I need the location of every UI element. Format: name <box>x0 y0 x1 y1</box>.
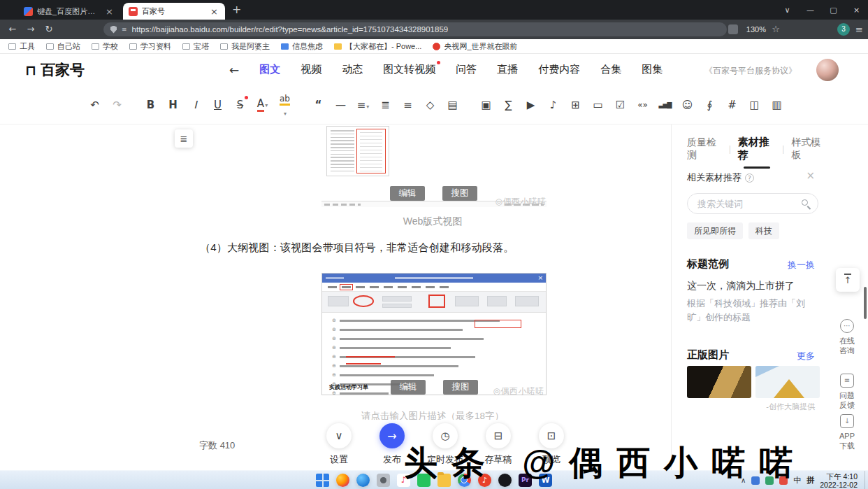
publish-button[interactable]: → <box>379 423 405 448</box>
bookmark-item[interactable]: 信息焦虑 <box>281 41 323 52</box>
page-scrollbar[interactable] <box>864 287 867 319</box>
tag-tech[interactable]: 科技 <box>748 222 779 239</box>
back-icon[interactable]: ← <box>6 24 20 34</box>
close-icon[interactable]: × <box>845 6 868 15</box>
word-import-icon[interactable]: ▤ <box>446 99 459 111</box>
tab-close-icon[interactable]: × <box>104 6 115 17</box>
bold-icon[interactable]: B <box>144 99 157 111</box>
nav-item-live[interactable]: 直播 <box>497 63 518 76</box>
search-image-button[interactable]: 搜图 <box>442 186 477 201</box>
edit-image-button[interactable]: 编辑 <box>390 186 425 201</box>
keyword-search-input[interactable] <box>697 195 794 212</box>
underline-icon[interactable]: U <box>211 99 224 111</box>
bookmark-item[interactable]: 【大家都在】- Powe... <box>334 41 421 52</box>
app-download-item[interactable]: ↓ APP下载 <box>826 414 868 451</box>
bookmark-item[interactable]: 央视网_世界就在眼前 <box>433 41 517 52</box>
bookmark-star-icon[interactable]: ☆ <box>772 24 780 34</box>
article-paragraph[interactable]: （4）大纲视图：该视图会带项目符号，非常适合创建和移动段落。 <box>200 241 667 255</box>
extension-icon[interactable] <box>728 24 738 34</box>
windows-start-icon[interactable] <box>316 474 329 487</box>
bookmark-item[interactable]: 我是阿婆主 <box>220 41 270 52</box>
vote-icon[interactable]: ☑ <box>614 99 627 111</box>
site-settings-icon[interactable]: ≡ <box>122 26 127 33</box>
tab-material-recommend[interactable]: 素材推荐 <box>738 136 775 162</box>
link-icon[interactable]: ∮ <box>703 99 716 111</box>
card-icon[interactable]: ▭ <box>591 99 605 111</box>
nav-back-icon[interactable]: ← <box>229 63 239 77</box>
divider-icon[interactable]: — <box>334 99 347 111</box>
tag-wysiwyg[interactable]: 所见即所得 <box>687 222 743 239</box>
user-avatar[interactable] <box>816 59 839 81</box>
unordered-list-icon[interactable]: ≡ <box>401 99 414 111</box>
emoji-icon[interactable]: ☺ <box>681 99 694 111</box>
nav-item-gallery[interactable]: 图集 <box>642 63 663 76</box>
platform-agreement-link[interactable]: 《百家号平台服务协议》 <box>704 65 797 77</box>
reload-icon[interactable]: ↻ <box>42 24 56 34</box>
nav-item-paid[interactable]: 付费内容 <box>538 63 580 76</box>
help-icon[interactable]: ? <box>745 173 754 183</box>
blockquote-icon[interactable]: “ <box>312 99 325 111</box>
page-icon[interactable]: ▥ <box>770 99 783 111</box>
edit-image-button[interactable]: 编辑 <box>391 380 426 395</box>
taskbar-clock[interactable]: 下午 4:10 2022-12-02 <box>820 472 858 489</box>
minimize-icon[interactable]: — <box>799 6 822 15</box>
zoom-indicator[interactable]: 130% <box>746 25 766 34</box>
formula-icon[interactable]: ∑ <box>502 99 515 111</box>
nav-item-article[interactable]: 图文 <box>259 63 280 76</box>
search-image-button[interactable]: 搜图 <box>443 380 478 395</box>
nav-item-collection[interactable]: 合集 <box>600 63 621 76</box>
url-field[interactable]: ≡ https://baijiahao.baidu.com/builder/rc… <box>103 22 727 36</box>
search-icon[interactable] <box>802 199 808 206</box>
forward-icon[interactable]: → <box>24 24 38 34</box>
bookmark-item[interactable]: 宝塔 <box>182 41 209 52</box>
audio-icon[interactable]: ♪ <box>547 99 560 111</box>
ordered-list-icon[interactable]: ≣ <box>379 99 392 111</box>
browser-tab-baijiahao[interactable]: 百家号 × <box>123 3 225 20</box>
refresh-link[interactable]: 换一换 <box>788 259 815 271</box>
highlight-icon[interactable]: ab▾ <box>278 92 291 118</box>
table-icon[interactable]: ⊞ <box>569 99 582 111</box>
bookmark-icon[interactable]: ◫ <box>748 99 761 111</box>
shield-icon[interactable] <box>110 26 117 34</box>
tab-list-chevron-icon[interactable]: ∨ <box>776 6 799 15</box>
tab-quality-check[interactable]: 质量检测 <box>687 136 722 162</box>
stock-image-2[interactable] <box>755 366 820 398</box>
panel-close-icon[interactable]: × <box>806 169 815 182</box>
bookmark-item[interactable]: 学校 <box>92 41 118 52</box>
browser-tab-baidu-images[interactable]: 键盘_百度图片搜索 × <box>18 3 120 20</box>
firefox-icon[interactable] <box>336 474 349 487</box>
online-consult-item[interactable]: ⋯ 在线咨询 <box>826 319 868 355</box>
tab-close-icon[interactable]: × <box>209 6 219 17</box>
topic-icon[interactable]: # <box>725 99 739 111</box>
article-image-2[interactable]: × ⊕ ⊕ ⊕ ⊕ ⊕ ⊕ <box>321 273 547 395</box>
redo-icon[interactable]: ↷ <box>110 99 124 111</box>
stock-image-1[interactable] <box>687 366 751 398</box>
font-color-icon[interactable]: A▾ <box>256 97 269 112</box>
align-icon[interactable]: ≡▾ <box>356 99 370 111</box>
profile-badge[interactable]: 3 <box>837 23 850 36</box>
settings-button[interactable]: ∨ <box>326 423 352 448</box>
nav-item-video[interactable]: 视频 <box>301 63 321 76</box>
bookmark-item[interactable]: 学习资料 <box>129 41 171 52</box>
format-clear-icon[interactable]: ◇ <box>424 99 437 111</box>
bookmark-item[interactable]: 自己站 <box>46 41 80 52</box>
new-tab-button[interactable]: + <box>232 1 241 18</box>
chart-icon[interactable]: ▃▅▇ <box>658 101 672 108</box>
blue-app-icon[interactable] <box>356 474 370 487</box>
nav-item-article-to-video[interactable]: 图文转视频 <box>383 63 435 76</box>
browser-menu-icon[interactable]: ≡ <box>855 24 863 35</box>
example-title[interactable]: 这一次，滴滴为上市拼了 <box>687 280 795 292</box>
image-caption[interactable]: Web版式视图 <box>196 215 670 228</box>
bookmark-item[interactable]: 工具 <box>8 41 35 52</box>
outline-toggle[interactable]: ≣ <box>175 129 193 148</box>
heading-icon[interactable]: H <box>166 99 180 111</box>
maximize-icon[interactable]: ▢ <box>822 6 845 15</box>
nav-item-qa[interactable]: 问答 <box>456 63 477 76</box>
video-icon[interactable]: ▶ <box>524 99 537 111</box>
ime-indicator[interactable]: 拼 <box>806 475 814 486</box>
feedback-item[interactable]: ≡ 问题反馈 <box>826 374 868 410</box>
more-link[interactable]: 更多 <box>797 350 815 362</box>
nav-item-dynamic[interactable]: 动态 <box>342 63 363 76</box>
strikethrough-icon[interactable]: S <box>233 99 247 111</box>
undo-icon[interactable]: ↶ <box>88 99 101 111</box>
